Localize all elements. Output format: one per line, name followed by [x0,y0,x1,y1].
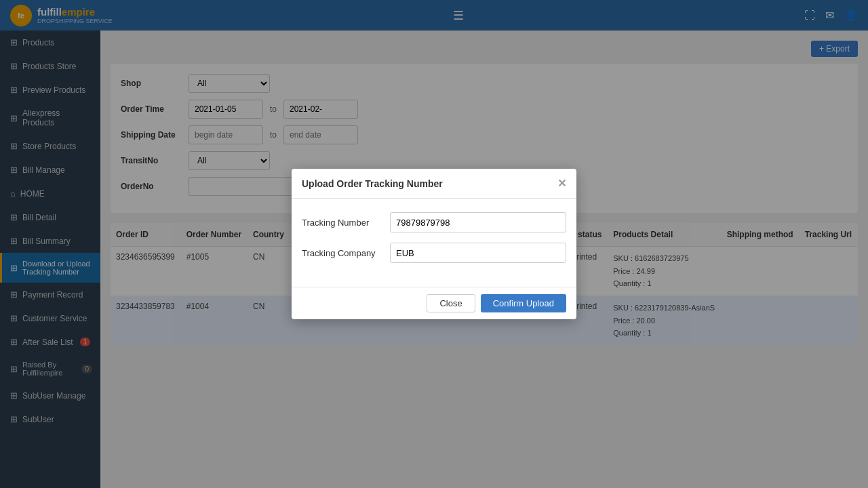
form-row-tracking-number: Tracking Number [302,212,566,232]
modal-footer: Close Confirm Upload [292,287,576,319]
tracking-company-label: Tracking Company [302,248,390,258]
tracking-company-input[interactable] [390,243,566,263]
form-row-tracking-company: Tracking Company [302,243,566,263]
upload-tracking-modal: Upload Order Tracking Number ✕ Tracking … [292,169,576,319]
close-button[interactable]: Close [427,294,475,312]
modal-close-icon[interactable]: ✕ [557,177,566,190]
tracking-number-label: Tracking Number [302,218,390,228]
modal-overlay: Upload Order Tracking Number ✕ Tracking … [0,0,868,488]
modal-header: Upload Order Tracking Number ✕ [292,169,576,199]
confirm-upload-button[interactable]: Confirm Upload [481,294,566,312]
tracking-number-input[interactable] [390,212,566,232]
modal-title: Upload Order Tracking Number [302,178,443,189]
modal-body: Tracking Number Tracking Company [292,199,576,287]
